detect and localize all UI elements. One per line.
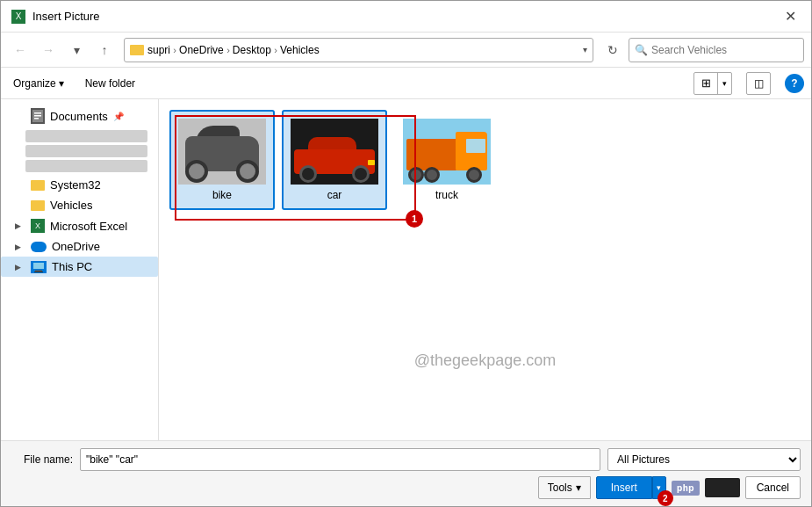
title-bar-left: X Insert Picture: [11, 10, 100, 24]
forward-button[interactable]: →: [36, 38, 61, 62]
dropdown-nav-button[interactable]: ▾: [64, 38, 89, 62]
title-bar: X Insert Picture ✕: [1, 1, 811, 33]
nav-bar: ← → ▾ ↑ supri › OneDrive › Desktop › Veh…: [1, 33, 811, 68]
sidebar-item-system32[interactable]: System32: [1, 175, 158, 195]
organize-arrow-icon: ▾: [59, 77, 64, 90]
insert-badge: 2: [658, 490, 673, 506]
action-row: Tools ▾ Insert ▾ 2 php Cancel: [11, 476, 801, 499]
search-bar[interactable]: 🔍: [629, 38, 804, 62]
tools-button-group[interactable]: Tools ▾: [538, 476, 591, 499]
bottom-bar: File name: All Pictures Tools ▾ Insert ▾…: [1, 440, 811, 506]
svg-rect-3: [34, 118, 39, 120]
excel-title-icon: X: [11, 10, 25, 24]
insert-button[interactable]: Insert: [596, 476, 652, 499]
file-area: 1 bike: [159, 99, 811, 440]
excel-icon: X: [31, 219, 45, 233]
view-button[interactable]: ⊞ ▾: [693, 72, 732, 95]
pane-button[interactable]: ◫: [746, 72, 771, 95]
sidebar-placeholder-2: [25, 145, 147, 157]
address-bar[interactable]: supri › OneDrive › Desktop › Vehicles ▾: [124, 38, 593, 62]
dialog-title: Insert Picture: [32, 10, 100, 23]
sidebar: Documents 📌 System32 Vehicles ▶ X Micros…: [1, 99, 159, 440]
expand-icon: ▶: [15, 263, 25, 272]
filename-input[interactable]: [80, 448, 600, 471]
filetype-select[interactable]: All Pictures: [607, 448, 801, 471]
car-thumbnail: [291, 119, 378, 185]
svg-rect-6: [35, 270, 42, 272]
main-content: Documents 📌 System32 Vehicles ▶ X Micros…: [1, 99, 811, 440]
expand-icon: ▶: [15, 221, 25, 230]
folder-icon: [31, 200, 45, 211]
organize-bar: Organize ▾ New folder ⊞ ▾ ◫ ?: [1, 68, 811, 99]
svg-rect-5: [33, 263, 44, 269]
bike-label: bike: [212, 189, 232, 201]
sidebar-item-excel[interactable]: ▶ X Microsoft Excel: [1, 215, 158, 236]
folder-icon: [31, 180, 45, 191]
sidebar-item-vehicles[interactable]: Vehicles: [1, 195, 158, 215]
organize-button[interactable]: Organize ▾: [8, 75, 69, 92]
sidebar-placeholder-1: [25, 130, 147, 142]
refresh-button[interactable]: ↻: [600, 38, 625, 62]
back-button[interactable]: ←: [8, 38, 32, 62]
tools-label-button[interactable]: Tools ▾: [538, 476, 591, 499]
bike-thumbnail: [178, 119, 266, 185]
selection-badge: 1: [406, 210, 423, 228]
address-dropdown-icon[interactable]: ▾: [583, 45, 587, 54]
file-item-bike[interactable]: bike: [169, 110, 275, 210]
sidebar-item-documents[interactable]: Documents 📌: [1, 105, 158, 127]
sidebar-item-onedrive[interactable]: ▶ OneDrive: [1, 236, 158, 257]
expand-icon: ▶: [15, 243, 25, 251]
sidebar-documents-label: Documents: [50, 110, 108, 123]
address-path: supri › OneDrive › Desktop › Vehicles: [147, 44, 576, 56]
dark-badge: [705, 478, 740, 497]
view-dropdown-arrow[interactable]: ▾: [717, 72, 731, 95]
watermark: @thegeekpage.com: [414, 351, 556, 370]
sidebar-placeholder-3: [25, 160, 147, 172]
tools-label-text: Tools: [548, 482, 572, 494]
computer-icon: [31, 261, 47, 273]
svg-rect-7: [34, 272, 43, 272]
sidebar-system32-label: System32: [50, 178, 101, 192]
up-button[interactable]: ↑: [92, 38, 117, 62]
filename-label: File name:: [11, 453, 73, 466]
organize-label: Organize: [13, 77, 56, 90]
tools-dropdown-icon: ▾: [576, 482, 581, 494]
search-input[interactable]: [651, 44, 783, 56]
insert-picture-dialog: X Insert Picture ✕ ← → ▾ ↑ supri › OneDr…: [0, 0, 812, 507]
file-item-truck[interactable]: truck: [394, 110, 499, 210]
doc-icon: [31, 108, 45, 124]
insert-button-group[interactable]: Insert ▾ 2: [596, 476, 666, 499]
sidebar-item-thispc[interactable]: ▶ This PC: [1, 257, 158, 277]
address-folder-icon: [130, 45, 144, 55]
close-button[interactable]: ✕: [780, 6, 801, 27]
svg-rect-1: [34, 112, 41, 114]
sidebar-vehicles-label: Vehicles: [50, 199, 92, 212]
view-icon: ⊞: [694, 72, 717, 95]
svg-rect-2: [34, 115, 41, 117]
php-badge: php: [672, 481, 700, 496]
sidebar-thispc-label: This PC: [52, 260, 92, 273]
filename-row: File name: All Pictures: [11, 448, 801, 471]
sidebar-onedrive-label: OneDrive: [52, 240, 100, 253]
search-icon: 🔍: [635, 44, 648, 56]
new-folder-button[interactable]: New folder: [80, 75, 140, 92]
file-grid: 1 bike: [169, 110, 801, 210]
file-item-car[interactable]: car: [282, 110, 387, 210]
help-button[interactable]: ?: [785, 74, 804, 93]
truck-thumbnail: [403, 119, 491, 185]
pin-icon: 📌: [113, 112, 124, 121]
sidebar-excel-label: Microsoft Excel: [50, 220, 127, 233]
onedrive-icon: [31, 242, 47, 252]
truck-label: truck: [435, 189, 458, 201]
cancel-button[interactable]: Cancel: [745, 476, 801, 499]
car-label: car: [327, 189, 342, 201]
